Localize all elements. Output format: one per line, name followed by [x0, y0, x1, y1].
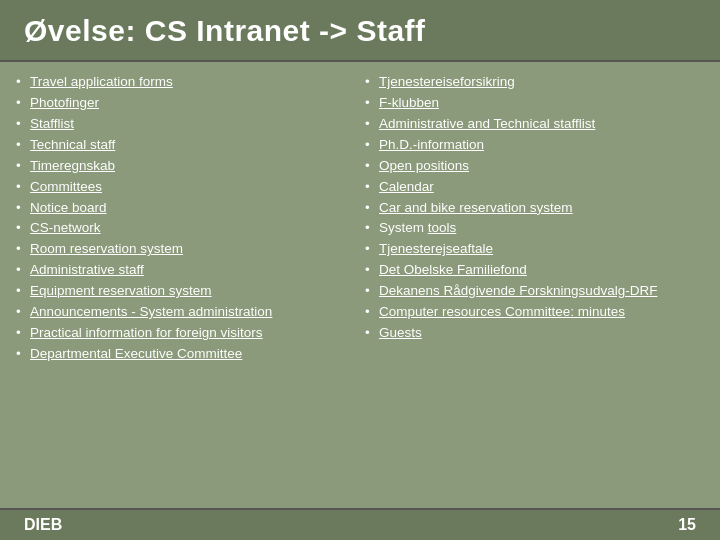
left-list-item[interactable]: Practical information for foreign visito… — [16, 323, 355, 344]
left-list-item[interactable]: Photofinger — [16, 93, 355, 114]
right-list-item[interactable]: Tjenestereiseforsikring — [365, 72, 704, 93]
left-list-item[interactable]: Equipment reservation system — [16, 281, 355, 302]
left-list-item[interactable]: Notice board — [16, 198, 355, 219]
slide: Øvelse: CS Intranet -> Staff Travel appl… — [0, 0, 720, 540]
slide-footer: DIEB 15 — [0, 508, 720, 540]
footer-logo: DIEB — [24, 516, 62, 534]
left-list-item[interactable]: Committees — [16, 177, 355, 198]
slide-title: Øvelse: CS Intranet -> Staff — [24, 14, 696, 48]
left-list-item[interactable]: Announcements - System administration — [16, 302, 355, 323]
right-list: TjenestereiseforsikringF-klubbenAdminist… — [365, 72, 704, 344]
right-list-item[interactable]: System tools — [365, 218, 704, 239]
right-list-item[interactable]: F-klubben — [365, 93, 704, 114]
right-list-item[interactable]: Computer resources Committee: minutes — [365, 302, 704, 323]
left-list-item[interactable]: Room reservation system — [16, 239, 355, 260]
left-list-item[interactable]: Departmental Executive Committee — [16, 344, 355, 365]
left-list: Travel application formsPhotofingerStaff… — [16, 72, 355, 365]
right-list-item[interactable]: Ph.D.-information — [365, 135, 704, 156]
right-list-item[interactable]: Calendar — [365, 177, 704, 198]
right-list-item[interactable]: Guests — [365, 323, 704, 344]
right-list-item[interactable]: Det Obelske Familiefond — [365, 260, 704, 281]
slide-header: Øvelse: CS Intranet -> Staff — [0, 0, 720, 62]
right-list-item[interactable]: Car and bike reservation system — [365, 198, 704, 219]
right-list-item[interactable]: Open positions — [365, 156, 704, 177]
right-column: TjenestereiseforsikringF-klubbenAdminist… — [365, 72, 704, 502]
slide-content: Travel application formsPhotofingerStaff… — [0, 62, 720, 508]
left-list-item[interactable]: Timeregnskab — [16, 156, 355, 177]
left-list-item[interactable]: Technical staff — [16, 135, 355, 156]
right-list-item[interactable]: Tjenesterejseaftale — [365, 239, 704, 260]
left-list-item[interactable]: Administrative staff — [16, 260, 355, 281]
right-list-item[interactable]: Administrative and Technical stafflist — [365, 114, 704, 135]
left-list-item[interactable]: Stafflist — [16, 114, 355, 135]
footer-page: 15 — [678, 516, 696, 534]
left-column: Travel application formsPhotofingerStaff… — [16, 72, 355, 502]
left-list-item[interactable]: Travel application forms — [16, 72, 355, 93]
right-list-item[interactable]: Dekanens Rådgivende Forskningsudvalg-DRF — [365, 281, 704, 302]
left-list-item[interactable]: CS-network — [16, 218, 355, 239]
